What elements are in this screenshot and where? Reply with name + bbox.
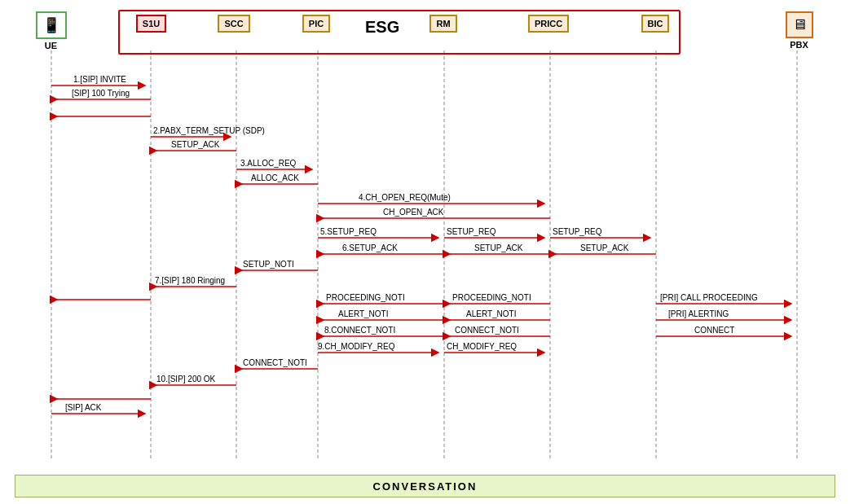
actor-ue: 📱 UE bbox=[29, 11, 73, 50]
svg-text:CONNECT_NOTI: CONNECT_NOTI bbox=[243, 358, 307, 367]
svg-text:6.SETUP_ACK: 6.SETUP_ACK bbox=[342, 243, 398, 252]
svg-text:CONNECT_NOTI: CONNECT_NOTI bbox=[455, 326, 519, 335]
actor-pbx: 🖥 PBX bbox=[777, 11, 821, 50]
svg-text:1.[SIP] INVITE: 1.[SIP] INVITE bbox=[73, 75, 126, 84]
actor-rm: RM bbox=[424, 15, 463, 33]
svg-text:9.CH_MODIFY_REQ: 9.CH_MODIFY_REQ bbox=[318, 342, 395, 351]
svg-text:10.[SIP] 200 OK: 10.[SIP] 200 OK bbox=[156, 375, 216, 383]
actor-bic: BIC bbox=[636, 15, 675, 33]
svg-text:8.CONNECT_NOTI: 8.CONNECT_NOTI bbox=[324, 326, 395, 335]
svg-text:CONNECT: CONNECT bbox=[694, 326, 734, 335]
svg-text:SETUP_ACK: SETUP_ACK bbox=[171, 140, 220, 149]
svg-text:ALERT_NOTI: ALERT_NOTI bbox=[466, 309, 517, 318]
conversation-bar: CONVERSATION bbox=[15, 475, 835, 497]
svg-text:ALERT_NOTI: ALERT_NOTI bbox=[338, 309, 389, 318]
svg-text:SETUP_REQ: SETUP_REQ bbox=[553, 227, 602, 236]
actor-scc: SCC bbox=[214, 15, 254, 33]
arrows-svg: 1.[SIP] INVITE [SIP] 100 Trying 2.PABX_T… bbox=[0, 0, 850, 504]
svg-text:3.ALLOC_REQ: 3.ALLOC_REQ bbox=[240, 159, 297, 168]
svg-text:SETUP_ACK: SETUP_ACK bbox=[474, 243, 523, 252]
diagram: 1.[SIP] INVITE [SIP] 100 Trying 2.PABX_T… bbox=[0, 0, 850, 504]
svg-text:[PRI] ALERTING: [PRI] ALERTING bbox=[668, 309, 729, 318]
svg-text:SETUP_NOTI: SETUP_NOTI bbox=[243, 260, 294, 269]
actor-s1u: S1U bbox=[129, 15, 174, 33]
svg-text:7.[SIP] 180 Ringing: 7.[SIP] 180 Ringing bbox=[155, 276, 225, 285]
svg-text:SETUP_ACK: SETUP_ACK bbox=[580, 243, 629, 252]
svg-text:5.SETUP_REQ: 5.SETUP_REQ bbox=[320, 227, 377, 236]
svg-text:[SIP] 100 Trying: [SIP] 100 Trying bbox=[72, 89, 130, 98]
actor-esg: ESG bbox=[365, 18, 399, 37]
svg-text:PROCEEDING_NOTI: PROCEEDING_NOTI bbox=[326, 293, 405, 302]
actor-pic: PIC bbox=[297, 15, 336, 33]
svg-text:CH_OPEN_ACK: CH_OPEN_ACK bbox=[383, 208, 444, 217]
svg-text:PROCEEDING_NOTI: PROCEEDING_NOTI bbox=[452, 293, 531, 302]
svg-text:SETUP_REQ: SETUP_REQ bbox=[447, 227, 496, 236]
svg-text:2.PABX_TERM_SETUP (SDP): 2.PABX_TERM_SETUP (SDP) bbox=[153, 126, 265, 135]
svg-text:ALLOC_ACK: ALLOC_ACK bbox=[251, 173, 299, 182]
svg-text:[PRI] CALL PROCEEDING: [PRI] CALL PROCEEDING bbox=[660, 293, 758, 302]
svg-text:[SIP] ACK: [SIP] ACK bbox=[65, 403, 102, 412]
svg-text:4.CH_OPEN_REQ(Mute): 4.CH_OPEN_REQ(Mute) bbox=[359, 193, 451, 202]
svg-text:CH_MODIFY_REQ: CH_MODIFY_REQ bbox=[447, 342, 517, 351]
actor-pricc: PRICC bbox=[525, 15, 572, 33]
